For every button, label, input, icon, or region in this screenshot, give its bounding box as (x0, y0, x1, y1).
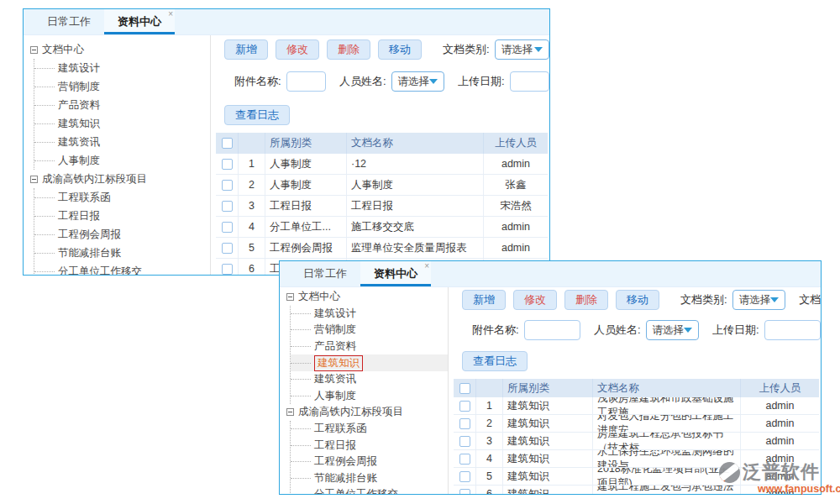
tree-root-doc-center[interactable]: 文档中心 (30, 40, 210, 59)
select-all-checkbox[interactable] (216, 133, 239, 154)
tree-item[interactable]: 工程联系函 (291, 421, 448, 438)
row-checkbox[interactable] (216, 196, 239, 216)
move-button[interactable]: 移动 (378, 39, 422, 60)
table-row[interactable]: 2 人事制度 人事制度 张鑫 (216, 175, 548, 196)
document-tree: 文档中心 建筑设计 营销制度 产品资料 建筑知识 建筑资讯 人事制度 成渝高铁内… (24, 40, 210, 275)
view-log-button[interactable]: 查看日志 (224, 105, 290, 125)
row-checkbox[interactable] (454, 486, 476, 494)
tree-root-project[interactable]: 成渝高铁内江标段项目 (30, 170, 210, 188)
attach-name-input[interactable] (286, 71, 326, 92)
tree-item[interactable]: 节能减排台账 (34, 244, 210, 262)
row-checkbox[interactable] (454, 468, 476, 485)
edit-button[interactable]: 修改 (513, 290, 557, 310)
fanpu-logo-icon (719, 462, 740, 483)
tab-daily-work[interactable]: 日常工作 (34, 9, 104, 34)
row-doc-name: 房屋建筑工程总承包投标书（技术标... (593, 433, 741, 449)
tree-item[interactable]: 建筑资讯 (34, 133, 210, 151)
add-button[interactable]: 新增 (224, 39, 268, 60)
tree-item[interactable]: 营销制度 (34, 77, 210, 96)
tree-item[interactable]: 人事制度 (291, 388, 448, 405)
close-icon[interactable]: × (168, 10, 173, 18)
row-checkbox[interactable] (454, 415, 476, 432)
tree-item[interactable]: 工程日报 (34, 207, 210, 225)
upload-date-input[interactable] (764, 320, 821, 340)
table-row[interactable]: 4 分工单位工... 施工移交交底 admin (216, 217, 548, 238)
tree-item[interactable]: 建筑设计 (34, 59, 210, 77)
close-icon[interactable]: × (424, 262, 429, 270)
delete-button[interactable]: 删除 (327, 39, 370, 60)
add-button[interactable]: 新增 (462, 290, 506, 310)
row-doc-name: ·12 (347, 154, 484, 174)
row-checkbox[interactable] (216, 259, 239, 275)
tree-item[interactable]: 分工单位工作移交 (291, 486, 448, 494)
header-number (239, 133, 265, 154)
row-number: 3 (476, 433, 503, 449)
tree-item-label: 建筑知识 (58, 117, 100, 131)
tree-item[interactable]: 营销制度 (291, 322, 448, 339)
select-all-checkbox[interactable] (454, 379, 476, 397)
delete-button[interactable]: 删除 (564, 290, 608, 310)
row-checkbox[interactable] (216, 238, 239, 258)
collapse-icon[interactable] (30, 176, 38, 183)
row-checkbox[interactable] (454, 397, 476, 414)
tree-item[interactable]: 建筑知识 (34, 114, 210, 133)
upload-date-input[interactable] (510, 71, 549, 92)
table-row[interactable]: 1 建筑知识 浅谈房屋建筑和市政基础设施工程施... admin (454, 397, 819, 415)
tree-item[interactable]: 产品资料 (291, 339, 448, 355)
row-checkbox[interactable] (454, 450, 476, 467)
person-name-label: 人员姓名: (339, 74, 386, 89)
select-value: 请选择 (398, 75, 430, 89)
doc-category-select[interactable]: 请选择 (732, 290, 786, 310)
tree-item[interactable]: 工程例会周报 (291, 454, 448, 470)
tree-root-doc-center[interactable]: 文档中心 (286, 289, 448, 306)
row-category: 分工单位工... (265, 217, 347, 237)
tab-daily-work[interactable]: 日常工作 (290, 261, 360, 286)
collapse-icon[interactable] (286, 293, 294, 301)
tree-item[interactable]: 工程例会周报 (34, 225, 210, 244)
row-checkbox[interactable] (216, 175, 239, 195)
table-row[interactable]: 3 工程日报 工程日报 宋浩然 (216, 196, 548, 217)
row-checkbox[interactable] (216, 217, 239, 237)
tree-item[interactable]: 人事制度 (34, 151, 210, 170)
tree-item-selected[interactable]: 建筑知识 (291, 354, 448, 371)
collapse-icon[interactable] (286, 408, 294, 416)
tree-item[interactable]: 建筑设计 (291, 306, 448, 323)
checkbox-icon (222, 222, 233, 233)
tree-item[interactable]: 产品资料 (34, 96, 210, 114)
tree-root-project[interactable]: 成渝高铁内江标段项目 (286, 404, 448, 421)
tree-item[interactable]: 工程日报 (291, 437, 448, 454)
tree-item[interactable]: 节能减排台账 (291, 470, 448, 487)
person-name-select[interactable]: 请选择 (391, 71, 445, 92)
tab-data-center[interactable]: 资料中心 × (360, 261, 431, 286)
tree-item-label: 建筑知识 (314, 355, 363, 371)
checkbox-icon (459, 418, 470, 429)
row-number: 2 (476, 415, 503, 432)
attach-name-input[interactable] (524, 320, 580, 340)
doc-category-select[interactable]: 请选择 (495, 39, 549, 60)
table-row[interactable]: 5 工程例会周报 监理单位安全质量周报表 admin (216, 238, 548, 259)
tree-item-label: 节能减排台账 (58, 246, 121, 260)
table-row[interactable]: 3 建筑知识 房屋建筑工程总承包投标书（技术标... admin (454, 433, 819, 450)
edit-button[interactable]: 修改 (276, 39, 319, 60)
person-name-label: 人员姓名: (594, 323, 641, 338)
row-doc-name: 人事制度 (347, 175, 484, 195)
row-checkbox[interactable] (454, 433, 476, 449)
tree-item[interactable]: 工程联系函 (34, 188, 210, 207)
tree-item[interactable]: 分工单位工作移交 (34, 262, 210, 275)
table-row[interactable]: 1 人事制度 ·12 admin (216, 154, 548, 175)
row-checkbox[interactable] (216, 154, 239, 174)
table-row[interactable]: 2 建筑知识 对发包人指定分包的工程施工进度安... admin (454, 415, 819, 433)
header-doc-name: 文档名称 (347, 133, 484, 154)
row-uploader: admin (484, 154, 548, 174)
person-name-select[interactable]: 请选择 (646, 320, 700, 340)
window-data-center-back: 日常工作 资料中心 × 文档中心 建筑设计 营销制度 产品资料 建筑知识 (23, 8, 550, 276)
collapse-icon[interactable] (30, 46, 38, 54)
row-category: 建筑知识 (503, 486, 593, 494)
tree-connector (34, 271, 55, 272)
tree-item-label: 工程日报 (58, 209, 100, 223)
tree-item[interactable]: 建筑资讯 (291, 371, 448, 388)
move-button[interactable]: 移动 (616, 290, 659, 310)
view-log-button[interactable]: 查看日志 (462, 351, 528, 371)
chevron-down-icon (534, 47, 543, 52)
tab-data-center[interactable]: 资料中心 × (104, 9, 175, 34)
